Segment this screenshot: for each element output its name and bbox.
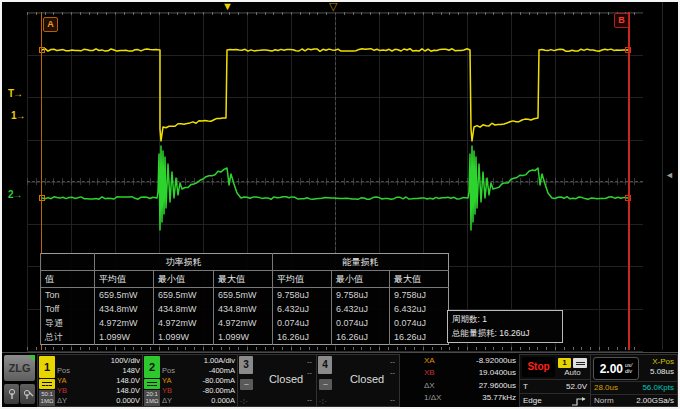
ch2-probe-info[interactable]: 20:1 1MΩ xyxy=(144,390,160,406)
trigger-position-icon[interactable]: ▽ xyxy=(329,2,337,12)
ch3-probe-mark: -¦- xyxy=(240,398,249,404)
table-cell: 16.26uJ xyxy=(332,330,390,345)
col-header: 平均值 xyxy=(273,271,332,288)
timebase-scale-value: 2.00 xyxy=(600,362,623,376)
col-header: 值 xyxy=(41,271,95,288)
acquisition-state-button[interactable]: Stop xyxy=(522,357,555,377)
table-row-label: 总计 xyxy=(41,330,95,345)
power-loss-group-header: 功率损耗 xyxy=(95,254,273,271)
ch2-position-marker[interactable]: 2→ xyxy=(8,189,22,200)
ch1-pos-label: Pos xyxy=(57,366,70,376)
ch1-readouts: 100V/div Pos148V YA148.0V YB148.0V ΔY0.0… xyxy=(57,356,140,405)
ch3-minus-button[interactable]: – xyxy=(240,379,253,390)
ch1-position-marker[interactable]: 1→ xyxy=(11,110,25,121)
table-cell: 4.972mW xyxy=(214,316,273,330)
table-corner-cell xyxy=(41,254,95,271)
acquire-mode[interactable]: Norm xyxy=(594,395,614,407)
timebase-panel: 2.00 us/div X-Pos 5.08us 28.0us 56.0Kpts… xyxy=(590,354,678,407)
ch4-minus-button[interactable]: – xyxy=(319,379,332,390)
trigger-mode[interactable]: Auto xyxy=(557,368,588,377)
trigger-panel: Stop 1 Auto T 52.0V Edge xyxy=(519,354,591,407)
table-cell: 4.972mW xyxy=(95,316,154,330)
ch2-ya-label: YA xyxy=(162,376,171,386)
trigger-level-value[interactable]: 52.0V xyxy=(566,380,587,393)
scope-screen: A B ▼ ▽ T→ 1→ 2→ ◄ 功率损耗 能量损耗 值 平均值 最小值 xyxy=(2,2,678,406)
total-energy-text: 总能量损耗: 16.26uJ xyxy=(452,326,562,340)
col-header: 最小值 xyxy=(154,271,214,288)
ch1-probe-info[interactable]: 50:1 1MΩ xyxy=(39,390,55,406)
ch1-scale[interactable]: 100V/div xyxy=(111,356,140,366)
ch4-badge[interactable]: 4 xyxy=(318,356,332,374)
ch2-dy-value: 0.000A xyxy=(211,396,235,406)
trigger-display-icon[interactable] xyxy=(573,358,587,368)
ch3-dash: -- xyxy=(307,395,312,404)
trigger-source-badge[interactable]: 1 xyxy=(558,358,571,368)
touch-gesture-button[interactable] xyxy=(4,384,19,404)
trigger-type[interactable]: Edge xyxy=(523,394,542,407)
xb-label: XB xyxy=(424,367,446,379)
table-row-label: 导通 xyxy=(41,316,95,330)
col-header: 最大值 xyxy=(214,271,273,288)
xpos-marker-icon[interactable]: ▼ xyxy=(222,2,233,12)
ch1-badge[interactable]: 1 xyxy=(39,356,55,378)
trigger-level-marker[interactable]: T→ xyxy=(8,88,22,99)
ch2-badge[interactable]: 2 xyxy=(144,356,160,378)
table-cell: 9.758uJ xyxy=(390,288,449,303)
xb-value: 19.0400us xyxy=(479,367,516,379)
timebase-scale-button[interactable]: 2.00 us/div xyxy=(593,357,639,380)
table-row: Ton659.5mW659.5mW659.5mW9.758uJ9.758uJ9.… xyxy=(41,288,449,303)
table-cell: 9.758uJ xyxy=(332,288,390,303)
table-cell: 6.432uJ xyxy=(332,302,390,316)
table-group-header-row: 功率损耗 能量损耗 xyxy=(41,254,449,271)
cursor-readout-panel: XA-8.92000us XB19.0400us ΔX27.9600us 1/Δ… xyxy=(422,354,518,405)
xa-label: XA xyxy=(424,355,446,367)
ch2-scale[interactable]: 1.00A/div xyxy=(204,356,235,366)
cycle-count-text: 周期数: 1 xyxy=(452,312,562,326)
table-cell: 434.8mW xyxy=(154,302,214,316)
touch-swipe-button[interactable] xyxy=(20,384,35,404)
ch2-yb-value: -80.00mA xyxy=(202,386,235,396)
table-row: 总计1.099W1.099W1.099W16.26uJ16.26uJ16.26u… xyxy=(41,330,449,345)
ch2-readouts: 1.00A/div Pos-400mA YA-80.00mA YB-80.00m… xyxy=(162,356,235,405)
ch2-impedance: 1MΩ xyxy=(144,398,160,405)
ch3-badge[interactable]: 3 xyxy=(239,356,253,374)
ch2-dc-coupling-icon xyxy=(144,379,160,389)
table-cell: 16.26uJ xyxy=(273,330,332,345)
ch1-dy-label: ΔY xyxy=(57,396,67,406)
dx-label: ΔX xyxy=(424,380,446,392)
ch3-dash: -- xyxy=(307,357,312,366)
table-cell: 9.758uJ xyxy=(273,288,332,303)
ch1-dy-value: 0.000V xyxy=(116,396,140,406)
table-cell: 1.099W xyxy=(95,330,154,345)
channel3-panel[interactable]: 3 – -¦- -- -- Closed -- xyxy=(237,354,317,407)
ch4-dash: -- xyxy=(390,395,395,404)
table-cell: 659.5mW xyxy=(95,288,154,303)
measure-table-body: Ton659.5mW659.5mW659.5mW9.758uJ9.758uJ9.… xyxy=(41,288,449,345)
time-window-value: 28.0us xyxy=(594,382,618,394)
rising-edge-icon xyxy=(571,396,587,407)
brand-text: ZLG xyxy=(9,362,31,374)
table-cell: 0.074uJ xyxy=(332,316,390,330)
ch1-ya-label: YA xyxy=(57,376,66,386)
xpos-label: X-Pos xyxy=(650,357,674,367)
channel4-panel[interactable]: 4 – -¦- -- -- Closed -- xyxy=(316,354,400,407)
cursor-a-badge[interactable]: A xyxy=(43,17,58,32)
cursor-b-line[interactable] xyxy=(628,12,630,350)
col-header: 最大值 xyxy=(390,271,449,288)
ch2-ya-value: -80.00mA xyxy=(202,376,235,386)
col-header: 平均值 xyxy=(95,271,154,288)
table-row: Toff434.8mW434.8mW434.8mW6.432uJ6.432uJ6… xyxy=(41,302,449,316)
ch4-probe-mark: -¦- xyxy=(319,398,328,404)
ch2-pos-value: -400mA xyxy=(209,366,235,376)
right-scroll-arrow-icon[interactable]: ◄ xyxy=(665,170,674,180)
table-cell: 1.099W xyxy=(214,330,273,345)
table-cell: 659.5mW xyxy=(214,288,273,303)
ch2-yb-label: YB xyxy=(162,386,172,396)
table-cell: 1.099W xyxy=(154,330,214,345)
energy-summary-popup: 周期数: 1 总能量损耗: 16.26uJ xyxy=(447,310,563,343)
cursor-b-badge[interactable]: B xyxy=(614,13,629,28)
pointer-hand-icon xyxy=(7,388,17,400)
ch3-status: Closed xyxy=(256,373,316,385)
table-row-label: Ton xyxy=(41,288,95,303)
ch2-probe-ratio: 20:1 xyxy=(144,391,160,398)
